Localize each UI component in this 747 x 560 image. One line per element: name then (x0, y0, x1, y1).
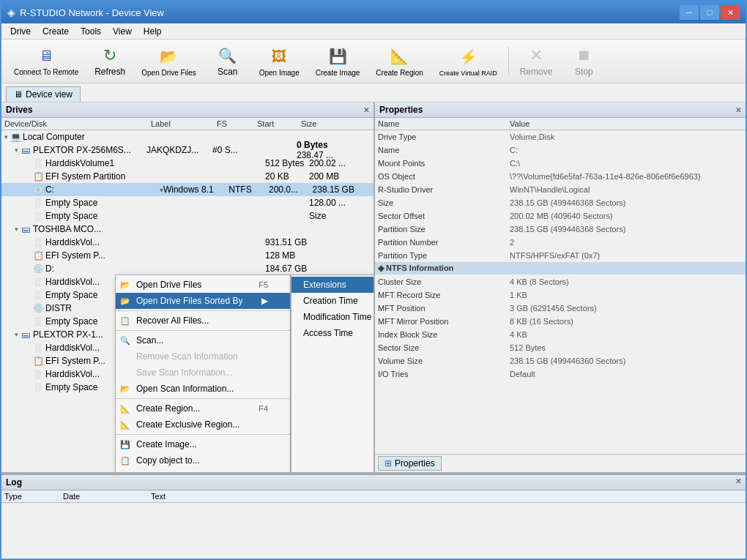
open-drive-files-button[interactable]: 📂 Open Drive Files (135, 42, 202, 81)
context-menu-item-recover-all-files[interactable]: 📋Recover All Files... (116, 313, 290, 329)
menu-create[interactable]: Create (37, 25, 75, 38)
drive-name: EFI System P... (45, 250, 159, 261)
refresh-button[interactable]: ↻ Refresh (88, 42, 132, 81)
drive-name: Local Computer (23, 132, 136, 142)
context-menu-item-create-region[interactable]: 📐Create Region...F4 (116, 400, 290, 417)
ctx-item-icon: 📐 (119, 418, 132, 431)
property-name: Partition Type (378, 251, 510, 260)
drive-start: 512 Bytes (265, 158, 309, 168)
drive-name: PLEXTOR PX-256M6S... (33, 145, 146, 155)
context-menu-separator (116, 310, 290, 311)
context-menu-item-open-scan-info[interactable]: 📂Open Scan Information... (116, 381, 290, 397)
tab-bar: 🖥 Device view (1, 83, 746, 102)
menu-view[interactable]: View (107, 25, 138, 38)
minimize-button[interactable]: ─ (680, 5, 699, 20)
property-value: 238.15 GB (499446368 Sectors) (510, 198, 743, 207)
drive-name: Empty Space (45, 198, 159, 208)
drive-name: HarddiskVol... (45, 237, 159, 247)
property-name: R-Studio Driver (378, 185, 510, 194)
drives-panel: Drives ✕ Device/Disk Label FS Start Size… (1, 102, 375, 472)
drive-icon: ░ (32, 316, 44, 327)
drive-start: 931.51 GB (265, 237, 309, 247)
scan-button[interactable]: 🔍 Scan (206, 42, 250, 81)
property-name: Sector Size (378, 343, 510, 352)
context-menu-item-open-drive-files[interactable]: 📂Open Drive FilesF5 (116, 277, 290, 293)
drive-list-item[interactable]: 💿D:184.67 GB (1, 262, 374, 275)
property-name: Volume Size (378, 356, 510, 365)
drive-list-item[interactable]: ▾🖴PLEXTOR PX-256M6S...JAKQKDZJ...#0 S...… (1, 143, 374, 157)
context-menu-container: 📂Open Drive FilesF5📂Open Drive Files Sor… (115, 275, 375, 472)
properties-tab[interactable]: ⊞ Properties (378, 456, 442, 471)
property-row: OS Object \??\Volume{fd6e5faf-763a-11e4-… (375, 170, 746, 183)
tree-expand-arrow[interactable]: ▾ (15, 331, 18, 338)
col-size: Size (301, 119, 360, 128)
property-value: 4 KB (8 Sectors) (510, 277, 743, 286)
drive-list-item[interactable]: ░HarddiskVolume1512 Bytes200.02 ... (1, 157, 374, 170)
ctx-item-label: Open Drive Files Sorted By (136, 296, 242, 306)
drive-label: JAKQKDZJ... (146, 145, 212, 155)
context-menu-separator (116, 434, 290, 435)
property-name: Partition Number (378, 238, 510, 247)
create-raid-icon: ⚡ (456, 46, 480, 68)
toolbar: 🖥 Connect To Remote ↻ Refresh 📂 Open Dri… (1, 40, 746, 83)
drive-list-item[interactable]: 📋EFI System P...128 MB (1, 249, 374, 262)
context-menu-item-open-drive-files-sorted[interactable]: 📂Open Drive Files Sorted By▶ (116, 293, 290, 309)
maximize-button[interactable]: □ (700, 5, 719, 20)
property-row: Index Block Size 4 KB (375, 328, 746, 341)
property-value: NTFS/HPFS/exFAT (0x7) (510, 251, 743, 260)
property-value: 238.15 GB (499446368 Sectors) (510, 225, 743, 234)
log-panel-close[interactable]: ✕ (735, 477, 741, 488)
create-virtual-raid-button[interactable]: ⚡ Create Virtual RAID (433, 42, 504, 81)
col-device-disk: Device/Disk (4, 119, 151, 128)
device-view-tab-icon: 🖥 (14, 89, 23, 100)
create-region-icon: 📐 (388, 46, 412, 67)
tree-expand-arrow[interactable]: ▾ (15, 146, 18, 154)
drive-icon: ░ (32, 157, 44, 169)
tree-expand-arrow[interactable]: ▾ (4, 133, 8, 141)
submenu-item-modification-time[interactable]: Modification Time (291, 309, 375, 325)
remove-button[interactable]: ✕ Remove (513, 42, 560, 81)
drive-list-item[interactable]: ░Empty Space128.00 ... (1, 196, 374, 209)
drive-icon: 💻 (10, 131, 21, 143)
properties-panel-close[interactable]: ✕ (735, 106, 741, 114)
menu-help[interactable]: Help (138, 25, 168, 38)
close-button[interactable]: ✕ (721, 5, 740, 20)
context-menu-item-scan[interactable]: 🔍Scan... (116, 332, 290, 348)
stop-button[interactable]: ⏹ Stop (562, 42, 606, 81)
drive-list-item[interactable]: 📋EFI System Partition20 KB200 MB (1, 170, 374, 183)
drive-list-item[interactable]: 💿C:▾Windows 8.1NTFS200.0...238.15 GB (1, 183, 374, 196)
ctx-shortcut: F5 (244, 280, 268, 289)
create-image-button[interactable]: 💾 Create Image (309, 42, 367, 81)
property-value: Default (510, 370, 743, 378)
drive-list-item[interactable]: ▾🖴TOSHIBA MCO... (1, 223, 374, 236)
context-menu-item-create-exclusive-region[interactable]: 📐Create Exclusive Region... (116, 417, 290, 433)
drives-panel-close[interactable]: ✕ (363, 106, 369, 114)
drive-list-item[interactable]: ░Empty SpaceSize (1, 209, 374, 223)
submenu-item-access-time[interactable]: Access Time (291, 325, 375, 341)
context-menu-item-copy-object-to[interactable]: 📋Copy object to... (116, 452, 290, 468)
context-menu-item-create-image[interactable]: 💾Create Image... (116, 436, 290, 452)
device-view-tab-label: Device view (26, 89, 73, 100)
create-region-button[interactable]: 📐 Create Region (369, 42, 429, 81)
log-col-text: Text (151, 492, 743, 501)
menu-drive[interactable]: Drive (4, 25, 37, 38)
open-image-button[interactable]: 🖼 Open Image (253, 42, 306, 81)
drive-name: HarddiskVolume1 (45, 158, 159, 168)
submenu-item-creation-time[interactable]: Creation Time (291, 293, 375, 309)
ctx-item-label: Add to RAID (136, 471, 185, 472)
drive-size: 200.02 ... (309, 158, 368, 168)
menu-tools[interactable]: Tools (75, 25, 107, 38)
ctx-item-label: Scan... (136, 335, 163, 346)
drive-icon: ░ (32, 368, 44, 380)
device-view-tab[interactable]: 🖥 Device view (6, 86, 81, 102)
connect-to-remote-button[interactable]: 🖥 Connect To Remote (7, 42, 85, 81)
tree-expand-arrow[interactable]: ▾ (15, 225, 18, 233)
submenu-item-extensions[interactable]: Extensions (291, 277, 375, 293)
drive-start: 200.0... (269, 184, 313, 195)
properties-panel: Properties ✕ Name Value Drive Type Volum… (375, 102, 746, 472)
property-name: Partition Size (378, 225, 510, 234)
context-menu-separator (116, 398, 290, 399)
property-value: 4 KB (510, 330, 743, 339)
ctx-item-icon (119, 470, 132, 472)
drive-list-item[interactable]: ░HarddiskVol...931.51 GB (1, 236, 374, 249)
